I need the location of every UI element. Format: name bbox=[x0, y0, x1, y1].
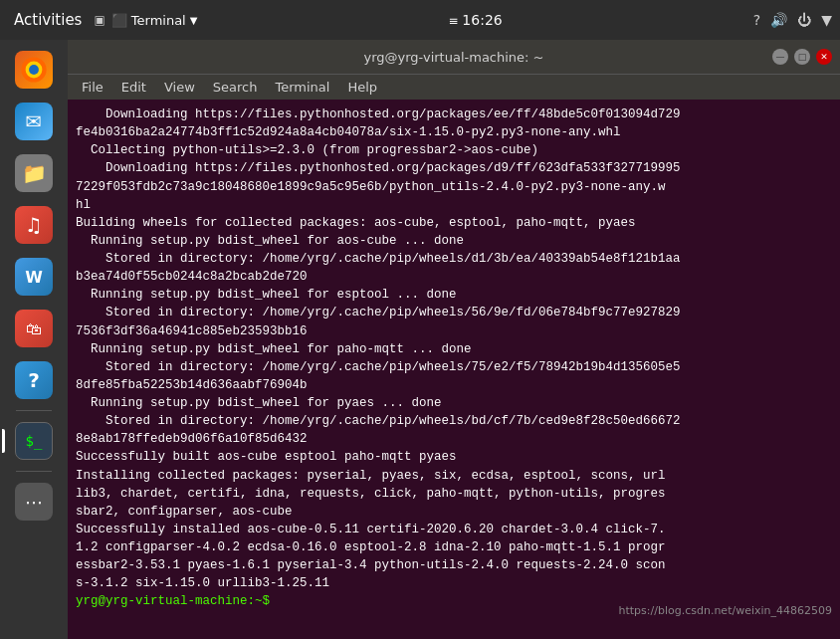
volume-icon[interactable]: 🔊 bbox=[770, 12, 787, 28]
rhythmbox-icon: ♫ bbox=[15, 206, 53, 244]
window-controls: — □ ✕ bbox=[772, 49, 832, 65]
svg-point-2 bbox=[29, 65, 39, 75]
files-icon: 📁 bbox=[15, 154, 53, 192]
appgrid-icon: ⋯ bbox=[15, 483, 53, 521]
firefox-icon bbox=[15, 51, 53, 89]
dock-item-help[interactable]: ? bbox=[10, 356, 58, 404]
dock-separator bbox=[16, 410, 52, 411]
dock-item-rhythmbox[interactable]: ♫ bbox=[10, 201, 58, 249]
writer-icon: W bbox=[15, 258, 53, 296]
dock-item-appgrid[interactable]: ⋯ bbox=[10, 478, 58, 526]
terminal-title: yrg@yrg-virtual-machine: ~ bbox=[135, 50, 772, 65]
menu-view[interactable]: View bbox=[156, 78, 203, 97]
settings-icon[interactable]: ▼ bbox=[821, 12, 832, 28]
dock-item-thunderbird[interactable]: ✉ bbox=[10, 98, 58, 145]
application-dock: ✉ 📁 ♫ W 🛍 ? $_ bbox=[0, 40, 68, 639]
dock-item-firefox[interactable] bbox=[10, 46, 58, 94]
dock-item-terminal[interactable]: $_ bbox=[10, 417, 58, 465]
system-bar-left: Activities ▣ ⬛ Terminal ▼ bbox=[8, 9, 197, 31]
system-bar: Activities ▣ ⬛ Terminal ▼ ≡ 16:26 ? 🔊 ⏻ … bbox=[0, 0, 840, 40]
dock-item-files[interactable]: 📁 bbox=[10, 149, 58, 197]
system-tray: ? 🔊 ⏻ ▼ bbox=[753, 12, 832, 28]
terminal-taskbar-icon: ⬛ bbox=[111, 13, 127, 28]
terminal-titlebar: yrg@yrg-virtual-machine: ~ — □ ✕ bbox=[68, 40, 840, 74]
terminal-window: yrg@yrg-virtual-machine: ~ — □ ✕ File Ed… bbox=[68, 40, 840, 639]
taskbar-terminal-label[interactable]: ⬛ Terminal ▼ bbox=[111, 13, 198, 28]
terminal-dock-icon: $_ bbox=[15, 422, 53, 460]
question-icon[interactable]: ? bbox=[753, 12, 760, 28]
dock-item-software[interactable]: 🛍 bbox=[10, 305, 58, 352]
menu-terminal[interactable]: Terminal bbox=[267, 78, 337, 97]
menu-edit[interactable]: Edit bbox=[113, 78, 154, 97]
menu-search[interactable]: Search bbox=[205, 78, 266, 97]
software-icon: 🛍 bbox=[15, 310, 53, 347]
power-icon[interactable]: ⏻ bbox=[797, 12, 811, 28]
system-clock[interactable]: ≡ 16:26 bbox=[448, 12, 502, 28]
dock-separator-2 bbox=[16, 471, 52, 472]
terminal-output: Downloading https://files.pythonhosted.o… bbox=[76, 106, 832, 611]
thunderbird-icon: ✉ bbox=[15, 103, 53, 140]
terminal-menubar: File Edit View Search Terminal Help bbox=[68, 74, 840, 100]
close-button[interactable]: ✕ bbox=[816, 49, 832, 65]
menu-file[interactable]: File bbox=[74, 78, 111, 97]
activities-button[interactable]: Activities bbox=[8, 9, 88, 31]
help-icon: ? bbox=[15, 361, 53, 399]
dock-item-writer[interactable]: W bbox=[10, 253, 58, 301]
minimize-button[interactable]: — bbox=[772, 49, 788, 65]
terminal-content[interactable]: Downloading https://files.pythonhosted.o… bbox=[68, 100, 840, 639]
menu-help[interactable]: Help bbox=[339, 78, 385, 97]
maximize-button[interactable]: □ bbox=[794, 49, 810, 65]
